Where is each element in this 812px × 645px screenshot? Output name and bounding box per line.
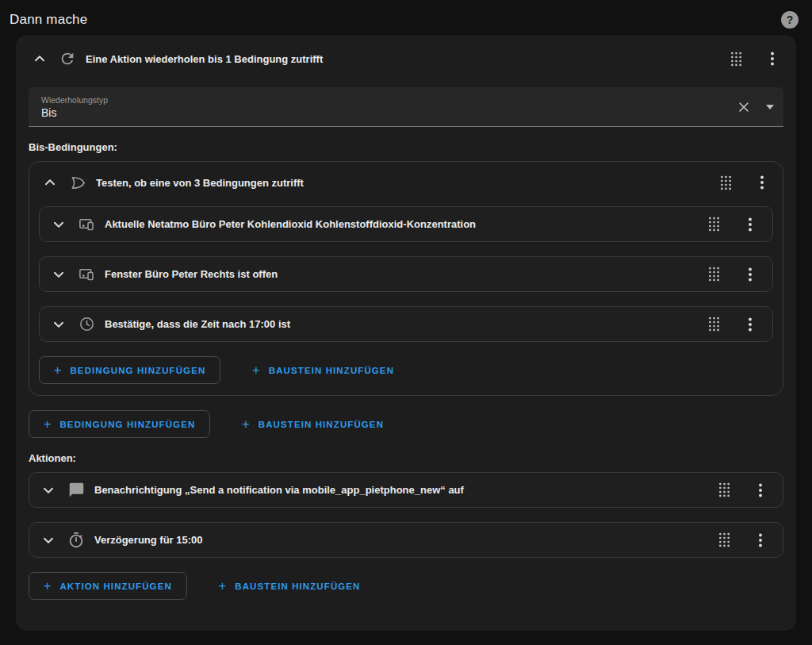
add-action-label: AKTION HINZUFÜGEN [59,582,171,591]
plus-icon: + [54,363,62,378]
plus-icon: + [44,417,52,432]
drag-handle-icon[interactable] [703,263,725,286]
or-group-header[interactable]: Testen, ob eine von 3 Bedingungen zutrif… [39,165,773,200]
add-block-label: BAUSTEIN HINZUFÜGEN [269,366,394,375]
plus-icon: + [44,579,52,593]
condition-text: Bestätige, dass die Zeit nach 17:00 ist [105,318,290,330]
kebab-menu-icon[interactable] [739,263,761,286]
kebab-menu-icon[interactable] [739,313,761,336]
page-title: Dann mache [10,12,87,28]
repeat-card-title: Eine Aktion wiederholen bis 1 Bedingung … [86,53,323,65]
drag-handle-icon[interactable] [713,529,735,551]
plus-icon: + [219,579,227,593]
add-block-button[interactable]: + BAUSTEIN HINZUFÜGEN [238,356,408,384]
repeat-action-card: Eine Aktion wiederholen bis 1 Bedingung … [16,35,796,631]
plus-icon: + [242,417,250,432]
repeat-card-header[interactable]: Eine Aktion wiederholen bis 1 Bedingung … [29,41,783,76]
devices-icon [75,213,98,236]
add-condition-label: BEDINGUNG HINZUFÜGEN [59,420,195,429]
expand-chevron-down-icon[interactable] [48,263,70,286]
drag-handle-icon[interactable] [713,479,735,501]
or-condition-group: Testen, ob eine von 3 Bedingungen zutrif… [29,161,783,396]
action-text: Verzögerung für 15:00 [94,534,203,546]
until-conditions-label: Bis-Bedingungen: [29,141,783,153]
add-condition-button[interactable]: + BEDINGUNG HINZUFÜGEN [39,356,220,384]
expand-chevron-down-icon[interactable] [37,479,59,501]
add-action-button[interactable]: + AKTION HINZUFÜGEN [29,572,187,600]
condition-text: Aktuelle Netatmo Büro Peter Kohlendioxid… [105,218,476,230]
repeat-type-label: Wiederholungstyp [41,95,733,105]
action-row[interactable]: Benachrichtigung „Send a notification vi… [29,472,783,508]
collapse-chevron-up-icon[interactable] [39,171,61,194]
clear-x-icon[interactable] [733,96,755,118]
condition-row[interactable]: Bestätige, dass die Zeit nach 17:00 ist [39,306,773,342]
condition-text: Fenster Büro Peter Rechts ist offen [105,268,278,280]
dropdown-caret-icon[interactable] [766,105,774,109]
expand-chevron-down-icon[interactable] [48,313,70,336]
drag-handle-icon[interactable] [714,171,737,194]
repeat-type-select[interactable]: Wiederholungstyp Bis [29,87,783,127]
topbar: Dann mache ? [0,0,812,32]
kebab-menu-icon[interactable] [739,213,761,236]
condition-row[interactable]: Aktuelle Netatmo Büro Peter Kohlendioxid… [39,206,773,242]
add-block-label: BAUSTEIN HINZUFÜGEN [259,420,384,429]
drag-handle-icon[interactable] [725,48,747,70]
expand-chevron-down-icon[interactable] [37,529,59,551]
plus-icon: + [252,363,260,378]
condition-row[interactable]: Fenster Büro Peter Rechts ist offen [39,256,773,292]
kebab-menu-icon[interactable] [761,48,783,70]
kebab-menu-icon[interactable] [749,479,772,501]
help-icon[interactable]: ? [781,11,799,29]
kebab-menu-icon[interactable] [751,171,773,194]
devices-icon [75,263,98,286]
add-condition-button[interactable]: + BEDINGUNG HINZUFÜGEN [29,410,210,438]
action-text: Benachrichtigung „Send a notification vi… [94,484,464,496]
drag-handle-icon[interactable] [703,213,725,236]
add-condition-label: BEDINGUNG HINZUFÜGEN [70,366,205,375]
kebab-menu-icon[interactable] [749,529,772,551]
expand-chevron-down-icon[interactable] [48,213,70,236]
add-block-button[interactable]: + BAUSTEIN HINZUFÜGEN [205,572,375,600]
add-block-button[interactable]: + BAUSTEIN HINZUFÜGEN [228,410,398,438]
gate-or-icon [66,171,90,194]
collapse-chevron-up-icon[interactable] [29,48,51,70]
clock-icon [75,313,98,336]
timer-icon [64,529,88,551]
refresh-icon [56,48,79,70]
action-row[interactable]: Verzögerung für 15:00 [29,522,783,558]
drag-handle-icon[interactable] [703,313,725,336]
actions-label: Aktionen: [29,452,783,464]
repeat-type-value: Bis [41,106,733,119]
or-group-title: Testen, ob eine von 3 Bedingungen zutrif… [96,177,304,189]
add-block-label: BAUSTEIN HINZUFÜGEN [235,582,360,591]
message-icon [64,479,88,501]
